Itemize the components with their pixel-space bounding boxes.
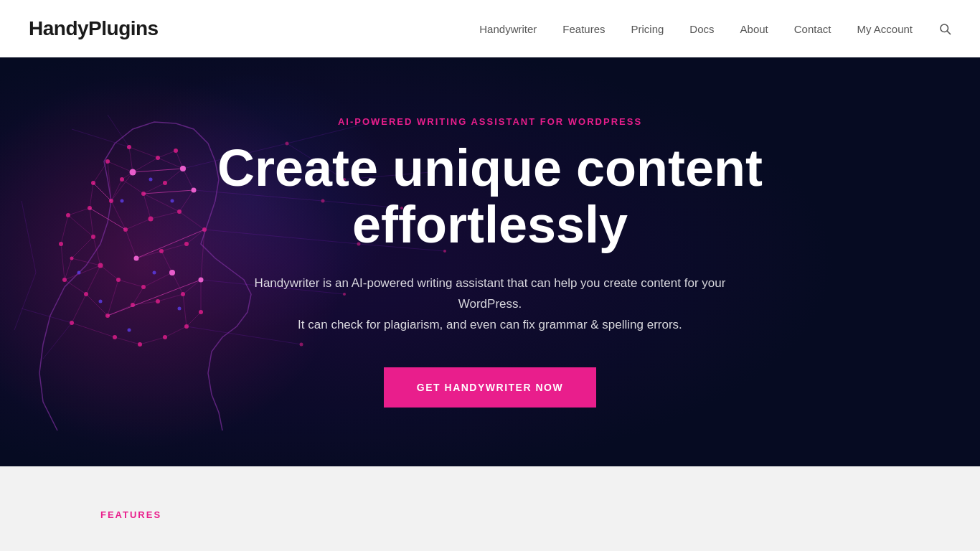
- hero-subtitle-line2: It can check for plagiarism, and even ca…: [298, 318, 682, 331]
- nav-my-account[interactable]: My Account: [857, 23, 913, 35]
- hero-eyebrow: AI-POWERED WRITING ASSISTANT FOR WORDPRE…: [217, 116, 763, 127]
- svg-point-46: [121, 199, 124, 203]
- nav-pricing[interactable]: Pricing: [631, 23, 664, 35]
- search-button[interactable]: [938, 22, 951, 35]
- svg-point-150: [134, 256, 139, 261]
- hero-cta-button[interactable]: GET HANDYWRITER NOW: [384, 367, 596, 408]
- features-eyebrow: FEATURES: [100, 509, 951, 520]
- main-nav: Handywriter Features Pricing Docs About …: [479, 22, 951, 35]
- svg-point-52: [99, 300, 103, 303]
- svg-point-148: [180, 166, 186, 171]
- search-icon: [938, 22, 951, 35]
- hero-title-line1: Create unique content: [217, 139, 763, 197]
- hero-title: Create unique content effortlessly: [217, 140, 763, 253]
- hero-subtitle-line1: Handywriter is an AI-powered writing ass…: [255, 276, 726, 311]
- site-header: HandyPlugins Handywriter Features Pricin…: [0, 0, 980, 57]
- features-section: FEATURES: [0, 466, 980, 551]
- svg-point-49: [153, 271, 156, 275]
- hero-subtitle: Handywriter is an AI-powered writing ass…: [225, 273, 755, 336]
- hero-section: AI-POWERED WRITING ASSISTANT FOR WORDPRE…: [0, 57, 980, 466]
- svg-point-50: [128, 329, 131, 332]
- site-logo[interactable]: HandyPlugins: [29, 17, 159, 40]
- nav-handywriter[interactable]: Handywriter: [479, 23, 537, 35]
- svg-point-147: [130, 169, 136, 176]
- svg-point-151: [169, 270, 175, 276]
- hero-content: AI-POWERED WRITING ASSISTANT FOR WORDPRE…: [189, 116, 791, 408]
- nav-about[interactable]: About: [740, 23, 768, 35]
- svg-point-47: [149, 178, 153, 182]
- svg-line-1: [947, 31, 950, 34]
- svg-point-51: [178, 307, 182, 311]
- svg-point-48: [171, 199, 174, 203]
- nav-features[interactable]: Features: [562, 23, 605, 35]
- nav-docs[interactable]: Docs: [689, 23, 714, 35]
- hero-title-line2: effortlessly: [352, 196, 628, 253]
- nav-contact[interactable]: Contact: [794, 23, 831, 35]
